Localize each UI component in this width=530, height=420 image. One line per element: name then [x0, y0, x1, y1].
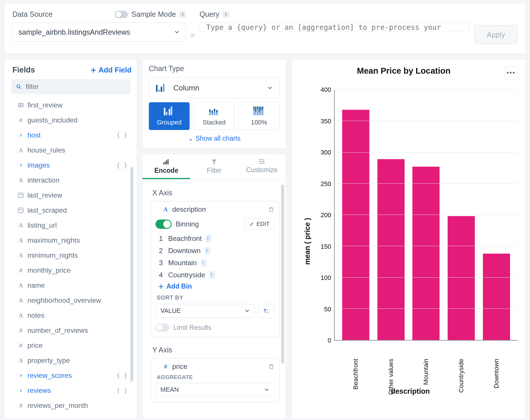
add-field-button[interactable]: Add Field [90, 66, 131, 74]
limit-results-toggle[interactable] [155, 324, 169, 332]
field-minimum_nights[interactable]: ⋮⋮Aminimum_nights [10, 248, 131, 263]
remove-y-field-button[interactable] [268, 363, 275, 370]
y-tick: 100 [320, 274, 331, 282]
bar-mountain[interactable] [412, 167, 440, 340]
drag-handle-icon[interactable]: ⋮⋮ [11, 178, 14, 183]
caret-down-icon [264, 387, 270, 393]
field-price[interactable]: ⋮⋮#price [10, 338, 131, 353]
drag-handle-icon[interactable]: ⋮⋮ [11, 103, 14, 108]
data-source-select[interactable]: sample_airbnb.listingsAndReviews [12, 23, 186, 42]
info-icon[interactable]: i [179, 11, 186, 18]
bar-beachfront[interactable] [342, 110, 369, 340]
drag-handle-icon[interactable]: ⋮⋮ [11, 253, 14, 258]
scrollbar-thumb[interactable] [130, 167, 133, 382]
bar-downtown[interactable] [483, 254, 510, 340]
field-reviews_per_month[interactable]: ⋮⋮#reviews_per_month [10, 398, 131, 413]
tab-customize[interactable]: Customize [238, 154, 286, 179]
field-guests_included[interactable]: ⋮⋮#guests_included [10, 113, 131, 128]
chart-variant-100pct[interactable]: 100% [239, 102, 279, 130]
bar-other-values[interactable] [377, 159, 405, 340]
svg-rect-13 [214, 111, 215, 115]
drag-handle-icon[interactable]: ⋮⋮ [11, 133, 14, 138]
fields-filter-input[interactable] [25, 82, 126, 91]
field-property_type[interactable]: ⋮⋮Aproperty_type [10, 353, 131, 368]
drag-handle-icon[interactable]: ⋮⋮ [11, 148, 14, 153]
field-maximum_nights[interactable]: ⋮⋮Amaximum_nights [10, 233, 131, 248]
svg-point-35 [261, 163, 262, 164]
query-input[interactable] [206, 23, 464, 32]
encode-scrollbar[interactable] [281, 185, 284, 369]
show-all-charts-button[interactable]: ⌄Show all charts [149, 135, 279, 142]
bin-item[interactable]: 2Downtown⠇ [159, 247, 275, 255]
edit-bins-button[interactable]: EDIT [244, 218, 275, 230]
binning-toggle[interactable] [155, 220, 172, 229]
field-label: guests_included [27, 116, 77, 124]
add-bin-button[interactable]: Add Bin [158, 283, 275, 290]
drag-handle-icon[interactable]: ⋮⋮ [155, 207, 159, 212]
grid-type-icon [17, 103, 25, 107]
field-last_scraped[interactable]: ⋮⋮last_scraped [10, 203, 131, 218]
field-house_rules[interactable]: ⋮⋮Ahouse_rules [10, 143, 131, 158]
drag-handle-icon[interactable]: ⋮⋮ [11, 208, 14, 213]
bin-chip-icon: ⠇ [201, 259, 207, 267]
field-host[interactable]: ⋮⋮host{ } [10, 128, 131, 143]
bar-countryside[interactable] [448, 216, 475, 340]
field-label: notes [27, 311, 45, 319]
bin-item[interactable]: 3Mountain⠇ [159, 259, 275, 267]
chart-type-select[interactable]: Column [149, 77, 279, 98]
drag-handle-icon[interactable]: ⋮⋮ [11, 283, 14, 288]
scrollbar-thumb[interactable] [281, 185, 284, 364]
field-listing_url[interactable]: ⋮⋮Alisting_url [10, 218, 131, 233]
chart-variant-grouped[interactable]: Grouped [149, 102, 190, 130]
field-notes[interactable]: ⋮⋮Anotes [10, 308, 131, 323]
field-first_review[interactable]: ⋮⋮first_review [10, 98, 131, 113]
field-label: last_review [27, 191, 62, 199]
fields-filter[interactable] [11, 79, 130, 94]
fields-scrollbar[interactable] [130, 98, 133, 413]
drag-handle-icon[interactable]: ⋮⋮ [11, 238, 14, 243]
sample-mode-toggle[interactable] [115, 11, 128, 18]
drag-handle-icon[interactable]: ⋮⋮ [155, 364, 159, 369]
encode-panel: Encode Filter Customize X Axis [142, 154, 286, 419]
bin-chip-icon: ⠇ [205, 247, 210, 254]
chart-menu-button[interactable]: ••• [504, 66, 518, 79]
remove-x-field-button[interactable] [268, 206, 275, 213]
drag-handle-icon[interactable]: ⋮⋮ [11, 388, 14, 393]
field-label: host [27, 131, 40, 139]
bin-item[interactable]: 1Beachfront⠇ [159, 235, 275, 243]
drag-handle-icon[interactable]: ⋮⋮ [11, 163, 14, 168]
aggregate-select[interactable]: MEAN [155, 383, 275, 397]
field-name[interactable]: ⋮⋮Aname [10, 278, 131, 293]
sort-direction-button[interactable]: 1 9 [258, 304, 275, 318]
field-images[interactable]: ⋮⋮images{ } [10, 158, 131, 173]
field-neighborhood_overview[interactable]: ⋮⋮Aneighborhood_overview [10, 293, 131, 308]
sort-by-select[interactable]: VALUE [155, 304, 255, 318]
field-type-badge: [ ] [116, 387, 131, 394]
drag-handle-icon[interactable]: ⋮⋮ [11, 328, 14, 333]
drag-handle-icon[interactable]: ⋮⋮ [11, 268, 14, 273]
field-interaction[interactable]: ⋮⋮Ainteraction [10, 173, 131, 188]
drag-handle-icon[interactable]: ⋮⋮ [11, 358, 14, 363]
field-last_review[interactable]: ⋮⋮last_review [10, 188, 131, 203]
drag-handle-icon[interactable]: ⋮⋮ [11, 223, 14, 228]
drag-handle-icon[interactable]: ⋮⋮ [11, 403, 14, 408]
chart-variant-stacked[interactable]: Stacked [194, 102, 234, 130]
drag-handle-icon[interactable]: ⋮⋮ [11, 298, 14, 303]
info-icon[interactable]: i [223, 11, 229, 18]
y-axis-field-name: price [172, 363, 187, 371]
field-number_of_reviews[interactable]: ⋮⋮#number_of_reviews [10, 323, 131, 338]
field-monthly_price[interactable]: ⋮⋮#monthly_price [10, 263, 131, 278]
tab-encode[interactable]: Encode [142, 154, 190, 179]
field-label: review_scores [27, 371, 72, 380]
tab-filter[interactable]: Filter [190, 154, 238, 179]
bin-item[interactable]: 4Countryside⠇ [159, 271, 275, 279]
apply-button[interactable]: Apply [474, 25, 518, 44]
field-review_scores[interactable]: ⋮⋮review_scores{ } [10, 368, 131, 383]
drag-handle-icon[interactable]: ⋮⋮ [11, 193, 14, 198]
bin-index: 4 [159, 271, 164, 279]
drag-handle-icon[interactable]: ⋮⋮ [11, 373, 14, 378]
drag-handle-icon[interactable]: ⋮⋮ [11, 118, 14, 123]
drag-handle-icon[interactable]: ⋮⋮ [11, 343, 14, 348]
field-reviews[interactable]: ⋮⋮reviews[ ] [10, 383, 131, 398]
drag-handle-icon[interactable]: ⋮⋮ [11, 313, 14, 318]
